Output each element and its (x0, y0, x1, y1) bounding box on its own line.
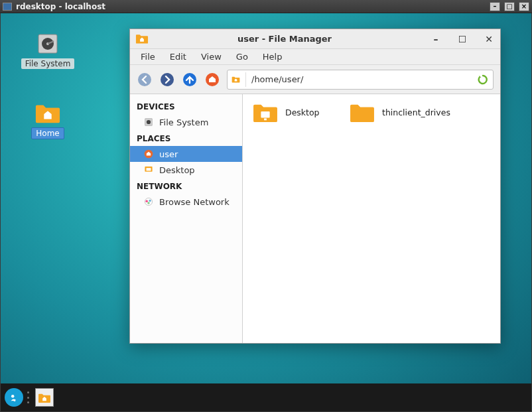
path-text[interactable]: /home/user/ (251, 74, 472, 84)
toolbar: /home/user/ (130, 65, 500, 94)
desktop-icon-file-system[interactable]: File System (18, 32, 78, 69)
file-manager-window: user - File Manager – ☐ ✕ File Edit View… (129, 29, 501, 344)
taskbar-item-file-manager[interactable] (35, 388, 54, 407)
folder-icon (252, 101, 279, 123)
svg-rect-11 (147, 168, 151, 171)
desktop-icon-home[interactable]: Home (18, 101, 78, 139)
nav-back-button[interactable] (137, 72, 153, 88)
host-close-button[interactable]: × (519, 2, 529, 11)
host-app-icon (3, 3, 12, 11)
menu-go[interactable]: Go (230, 50, 255, 64)
menu-file[interactable]: File (134, 50, 162, 64)
host-titlebar: rdesktop - localhost – □ × (0, 0, 532, 13)
svg-point-15 (147, 202, 150, 204)
menu-view[interactable]: View (194, 50, 228, 64)
file-item-label: thinclient_drives (382, 107, 450, 117)
sidebar-item-label: File System (159, 117, 208, 127)
folder-home-icon (135, 33, 149, 46)
folder-icon (349, 101, 375, 123)
svg-point-14 (149, 200, 151, 202)
path-bar[interactable]: /home/user/ (227, 70, 494, 90)
window-close-button[interactable]: ✕ (483, 33, 495, 45)
taskbar (1, 383, 531, 411)
svg-rect-16 (261, 111, 269, 117)
svg-point-18 (9, 392, 19, 403)
desktop-icon-label: Home (31, 127, 64, 139)
svg-point-4 (161, 73, 174, 86)
nav-forward-button[interactable] (159, 72, 175, 88)
remote-desktop[interactable]: File System Home user - File Manager – ☐… (1, 13, 531, 411)
file-item-thinclient-drives[interactable]: thinclient_drives (349, 101, 450, 123)
host-minimize-button[interactable]: – (490, 2, 500, 11)
sidebar-item-label: user (159, 149, 178, 159)
host-title: rdesktop - localhost (16, 2, 486, 11)
svg-point-13 (145, 200, 148, 203)
svg-point-8 (147, 120, 151, 124)
file-item-desktop[interactable]: Desktop (252, 101, 320, 123)
sidebar-item-file-system[interactable]: File System (130, 114, 242, 130)
nav-home-button[interactable] (204, 72, 220, 88)
desktop-icon-label: File System (21, 58, 75, 69)
svg-rect-17 (264, 118, 267, 120)
sidebar-item-user[interactable]: user (130, 146, 242, 162)
drive-icon (143, 117, 154, 127)
file-manager-body: DEVICES File System PLACES user (130, 94, 500, 343)
menu-help[interactable]: Help (256, 50, 289, 64)
menu-edit[interactable]: Edit (163, 50, 193, 64)
svg-point-19 (11, 395, 15, 398)
taskbar-separator (27, 389, 31, 406)
refresh-button[interactable] (477, 74, 489, 86)
home-icon (143, 149, 154, 159)
sidebar-head-network: NETWORK (130, 178, 242, 194)
network-icon (143, 196, 154, 207)
desktop-icon (143, 165, 154, 175)
path-home-icon[interactable] (232, 72, 246, 87)
sidebar-item-browse-network[interactable]: Browse Network (130, 194, 242, 210)
host-maximize-button[interactable]: □ (504, 2, 515, 11)
sidebar: DEVICES File System PLACES user (130, 94, 243, 343)
window-maximize-button[interactable]: ☐ (456, 33, 468, 45)
sidebar-head-devices: DEVICES (130, 98, 242, 114)
menubar: File Edit View Go Help (130, 49, 500, 65)
file-manager-titlebar[interactable]: user - File Manager – ☐ ✕ (130, 29, 500, 49)
folder-home-icon (34, 101, 61, 125)
window-minimize-button[interactable]: – (430, 33, 442, 45)
start-button[interactable] (5, 388, 23, 407)
file-item-label: Desktop (285, 107, 320, 117)
drive-icon (34, 32, 61, 56)
content-pane[interactable]: Desktop thinclient_drives (243, 94, 500, 343)
sidebar-item-label: Desktop (159, 165, 195, 175)
window-title: user - File Manager (154, 34, 415, 44)
nav-up-button[interactable] (182, 72, 198, 88)
svg-point-3 (138, 73, 151, 86)
sidebar-item-label: Browse Network (159, 197, 230, 207)
sidebar-head-places: PLACES (130, 130, 242, 146)
sidebar-item-desktop[interactable]: Desktop (130, 162, 242, 178)
